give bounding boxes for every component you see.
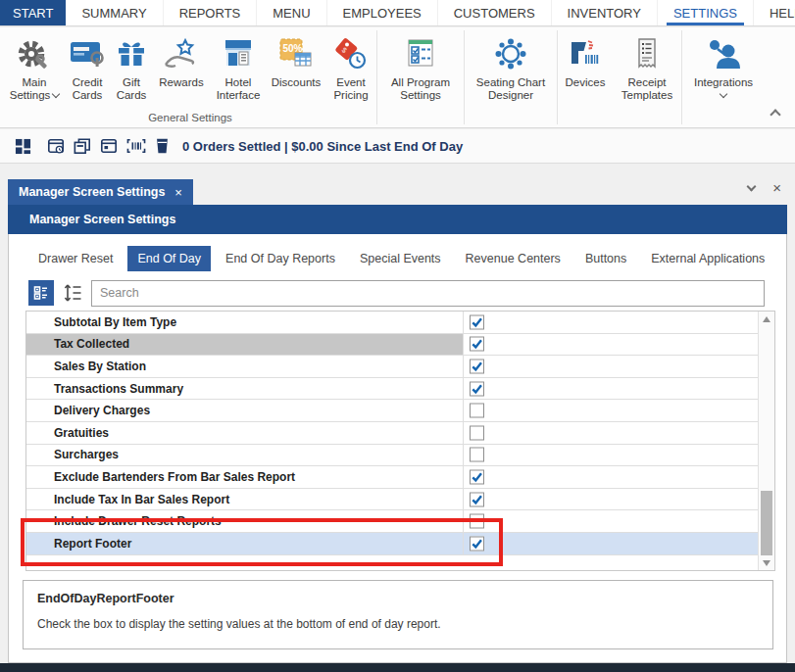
ribbon-event-pricing-button[interactable]: $ Event Pricing bbox=[325, 27, 376, 111]
row-label: Include Drawer Reset Reports bbox=[54, 514, 222, 528]
row-checkbox[interactable] bbox=[470, 404, 484, 418]
tab-close-icon[interactable]: × bbox=[174, 185, 182, 200]
menu-summary[interactable]: SUMMARY bbox=[66, 0, 163, 25]
row-checkbox[interactable] bbox=[470, 314, 484, 329]
row-checkbox[interactable] bbox=[470, 381, 484, 396]
tab-external-applications[interactable]: External Applications bbox=[641, 246, 774, 271]
row-checkbox[interactable] bbox=[470, 337, 484, 352]
setting-description-title: EndOfDayReportFooter bbox=[37, 592, 759, 605]
tab-end-of-day-reports[interactable]: End Of Day Reports bbox=[216, 246, 345, 271]
ribbon-all-program-settings-button[interactable]: All Program Settings bbox=[377, 27, 464, 111]
calendar-day-icon[interactable] bbox=[100, 137, 118, 155]
row-checkbox[interactable] bbox=[470, 448, 484, 462]
ribbon-main-settings-button[interactable]: Main Settings bbox=[4, 27, 65, 111]
tab-buttons[interactable]: Buttons bbox=[575, 246, 636, 271]
ribbon-gift-cards-button[interactable]: Gift Cards bbox=[110, 27, 153, 111]
order-status-text: 0 Orders Settled | $0.00 Since Last End … bbox=[182, 139, 463, 154]
main-menubar: START SUMMARY REPORTS MENU EMPLOYEES CUS… bbox=[0, 0, 795, 26]
row-label: Tax Collected bbox=[54, 337, 129, 351]
table-row-selected[interactable]: Tax Collected bbox=[26, 334, 758, 357]
ribbon-integrations-button[interactable]: Integrations bbox=[682, 27, 765, 111]
ribbon-seating-chart-designer-button[interactable]: Seating Chart Designer bbox=[465, 27, 557, 111]
manager-screen-settings-panel: Manager Screen Settings Drawer Reset End… bbox=[8, 205, 787, 663]
row-checkbox[interactable] bbox=[470, 469, 484, 484]
row-label: Exclude Bartenders From Bar Sales Report bbox=[54, 470, 295, 484]
menu-start-label: START bbox=[13, 6, 53, 21]
table-row[interactable]: Subtotal By Item Type bbox=[26, 312, 758, 334]
svg-text:50%: 50% bbox=[283, 43, 303, 54]
menu-reports[interactable]: REPORTS bbox=[164, 0, 258, 25]
menu-employees[interactable]: EMPLOYEES bbox=[327, 0, 438, 25]
tab-special-events[interactable]: Special Events bbox=[350, 246, 451, 271]
sort-order-icon[interactable] bbox=[63, 282, 82, 304]
menu-start[interactable]: START bbox=[0, 0, 66, 25]
tab-drawer-reset[interactable]: Drawer Reset bbox=[28, 246, 123, 271]
table-row[interactable]: Exclude Bartenders From Bar Sales Report bbox=[26, 466, 758, 489]
ribbon-group-label: General Settings bbox=[4, 111, 376, 127]
settings-list: Subtotal By Item Type Tax Collected Sale… bbox=[25, 311, 775, 571]
seating-chart-icon bbox=[493, 33, 528, 74]
ribbon-toolbar: Main Settings Credit Cards Gift Cards Re… bbox=[0, 27, 795, 128]
menu-customers-label: CUSTOMERS bbox=[454, 6, 535, 21]
menu-menu[interactable]: MENU bbox=[257, 0, 326, 25]
storefront-icon bbox=[222, 33, 255, 74]
checklist-icon bbox=[405, 33, 436, 74]
ribbon-collapse-chevron-icon[interactable] bbox=[770, 109, 780, 120]
menu-customers[interactable]: CUSTOMERS bbox=[438, 0, 552, 25]
menu-menu-label: MENU bbox=[273, 6, 310, 21]
table-row[interactable]: Gratuities bbox=[26, 422, 758, 445]
menu-inventory[interactable]: INVENTORY bbox=[552, 0, 658, 25]
tab-revenue-centers[interactable]: Revenue Centers bbox=[456, 246, 571, 271]
row-checkbox[interactable] bbox=[470, 536, 484, 551]
table-row[interactable]: Sales By Station bbox=[26, 356, 758, 378]
tab-manager-screen-settings[interactable]: Manager Screen Settings × bbox=[8, 179, 193, 205]
ribbon-devices-button[interactable]: Devices bbox=[558, 27, 613, 111]
scrollbar-down-arrow[interactable] bbox=[759, 555, 774, 570]
table-row-report-footer[interactable]: Report Footer bbox=[26, 533, 758, 555]
search-input[interactable] bbox=[91, 280, 765, 307]
scrollbar-up-arrow[interactable] bbox=[759, 312, 774, 326]
menu-employees-label: EMPLOYEES bbox=[343, 6, 422, 21]
calendar-copy-icon[interactable] bbox=[74, 137, 91, 155]
receipt-icon bbox=[634, 33, 660, 74]
row-label: Gratuities bbox=[54, 426, 109, 440]
gift-icon bbox=[116, 33, 147, 74]
drink-icon[interactable] bbox=[155, 137, 170, 155]
barcode-scanner-icon bbox=[569, 33, 602, 74]
ribbon-discounts-button[interactable]: 50% Discounts bbox=[267, 27, 325, 111]
panel-collapse-chevron-icon[interactable] bbox=[747, 182, 757, 192]
barcode-icon[interactable] bbox=[126, 137, 146, 155]
settings-tab-strip: Drawer Reset End Of Day End Of Day Repor… bbox=[28, 246, 774, 271]
calendar-clock-icon[interactable] bbox=[47, 137, 65, 155]
menu-help[interactable]: HELP bbox=[754, 0, 795, 25]
chevron-down-icon bbox=[720, 90, 727, 98]
scrollbar-thumb[interactable] bbox=[761, 491, 772, 555]
ribbon-receipt-templates-button[interactable]: Receipt Templates bbox=[613, 27, 681, 111]
row-checkbox[interactable] bbox=[470, 492, 484, 506]
row-checkbox[interactable] bbox=[470, 359, 484, 373]
tab-end-of-day[interactable]: End Of Day bbox=[127, 246, 211, 271]
tab-title: Manager Screen Settings bbox=[19, 185, 165, 199]
panel-close-icon[interactable]: × bbox=[772, 182, 781, 194]
order-status-bar: 0 Orders Settled | $0.00 Since Last End … bbox=[0, 129, 795, 164]
orders-grid-icon[interactable] bbox=[15, 138, 31, 155]
table-row[interactable]: Transactions Summary bbox=[26, 378, 758, 401]
ribbon-rewards-button[interactable]: Rewards bbox=[153, 27, 210, 111]
menu-help-label: HELP bbox=[770, 6, 795, 21]
ribbon-group-general-settings: Main Settings Credit Cards Gift Cards Re… bbox=[4, 27, 376, 127]
row-checkbox[interactable] bbox=[470, 514, 484, 529]
ribbon-hotel-interface-button[interactable]: Hotel Interface bbox=[210, 27, 267, 111]
row-label: Include Tax In Bar Sales Report bbox=[54, 493, 229, 506]
discount-tag-icon: 50% bbox=[278, 33, 314, 74]
table-row[interactable]: Include Drawer Reset Reports bbox=[26, 510, 758, 533]
row-label: Transactions Summary bbox=[54, 382, 183, 396]
table-row[interactable]: Include Tax In Bar Sales Report bbox=[26, 489, 758, 511]
category-view-button[interactable] bbox=[28, 280, 54, 306]
table-row[interactable]: Surcharges bbox=[26, 445, 758, 467]
list-scrollbar[interactable] bbox=[758, 312, 774, 570]
row-checkbox[interactable] bbox=[470, 425, 484, 440]
table-row[interactable]: Delivery Charges bbox=[26, 400, 758, 422]
menu-settings[interactable]: SETTINGS bbox=[658, 0, 754, 25]
ribbon-credit-cards-button[interactable]: Credit Cards bbox=[65, 27, 110, 111]
price-tag-clock-icon: $ bbox=[334, 33, 368, 74]
